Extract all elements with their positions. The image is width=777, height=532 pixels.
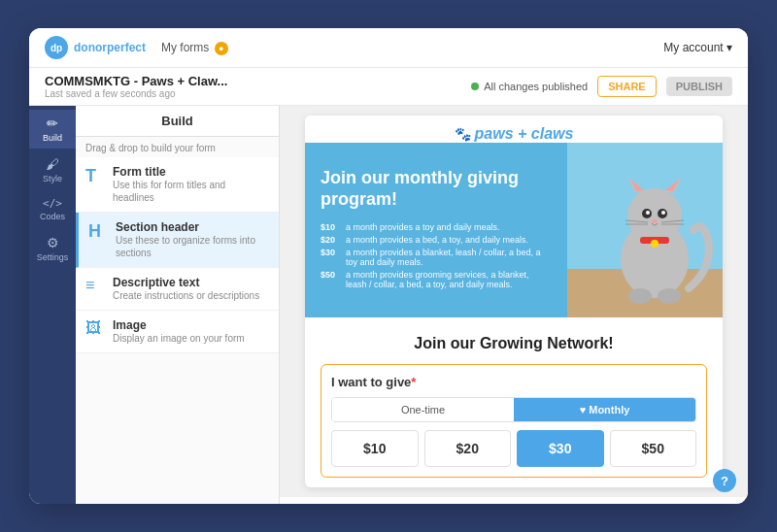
style-icon: 🖌	[46, 156, 59, 172]
preview-card: 🐾 paws + claws Join our monthly giving p…	[305, 116, 723, 487]
publish-button[interactable]: PUBLISH	[666, 77, 732, 96]
svg-point-12	[652, 219, 658, 223]
give-required-marker: *	[411, 375, 416, 389]
nav-label-style: Style	[43, 174, 62, 183]
nav-item-settings[interactable]: ⚙ Settings	[29, 229, 76, 268]
form-title-desc: Use this for form titles and headlines	[113, 179, 269, 204]
build-tab: Build	[76, 106, 279, 137]
banner-item-30: $30 a month provides a blanket, leash / …	[321, 248, 552, 267]
my-forms-label: My forms	[161, 41, 209, 54]
give-section: I want to give* One-time ♥ Monthly	[321, 364, 707, 478]
banner-text-30: a month provides a blanket, leash / coll…	[346, 248, 552, 267]
main-window: dp donorperfect My forms ● My account ▾ …	[29, 28, 748, 504]
published-dot	[471, 83, 479, 90]
form-preview: 🐾 paws + claws Join our monthly giving p…	[280, 106, 748, 497]
form-name: COMMSMKTG - Paws + Claw...	[45, 74, 227, 88]
second-bar: COMMSMKTG - Paws + Claw... Last saved a …	[29, 68, 748, 106]
preview-body: Join our Growing Network! I want to give…	[305, 317, 723, 487]
published-badge: All changes published	[471, 81, 588, 92]
nav-item-build[interactable]: ✏ Build	[29, 110, 76, 149]
build-panel: Build Drag & drop to build your form T F…	[76, 106, 280, 504]
section-header-label: Section header	[116, 220, 269, 234]
brand-name: paws + claws	[475, 125, 574, 143]
banner-text-50: a month provides grooming services, a bl…	[346, 270, 552, 289]
amount-10[interactable]: $10	[331, 430, 419, 467]
frequency-tabs: One-time ♥ Monthly	[331, 397, 696, 422]
image-desc: Display an image on your form	[113, 332, 245, 345]
banner-amount-30: $30	[321, 248, 342, 267]
banner-item-20: $20 a month provides a bed, a toy, and d…	[321, 235, 552, 245]
top-bar-left: dp donorperfect My forms ●	[45, 36, 228, 59]
help-button[interactable]: ?	[713, 469, 736, 492]
build-icon: ✏	[47, 116, 58, 131]
dp-logo-icon: dp	[45, 36, 68, 59]
dp-logo: dp donorperfect	[45, 36, 146, 59]
freq-onetime-label: One-time	[401, 404, 445, 416]
nav-label-settings: Settings	[37, 252, 69, 262]
top-bar: dp donorperfect My forms ● My account ▾	[29, 28, 748, 68]
give-label-text: I want to give	[331, 375, 411, 389]
banner-amount-50: $50	[321, 270, 342, 289]
svg-point-19	[628, 288, 652, 304]
published-text: All changes published	[484, 81, 588, 92]
banner-text-20: a month provides a bed, a toy, and daily…	[346, 235, 528, 245]
freq-monthly-label: ♥ Monthly	[580, 404, 630, 416]
amount-50[interactable]: $50	[610, 430, 697, 467]
dp-logo-text: donorperfect	[74, 41, 146, 54]
build-item-form-title[interactable]: T Form title Use this for form titles an…	[76, 157, 279, 213]
left-nav: ✏ Build 🖌 Style </> Codes ⚙ Settings	[29, 106, 76, 504]
form-title-label: Form title	[113, 165, 269, 179]
image-icon: 🖼	[85, 319, 105, 337]
amount-grid: $10 $20 $30 $50	[331, 430, 696, 467]
build-item-descriptive-text[interactable]: ≡ Descriptive text Create instructions o…	[76, 268, 279, 311]
section-header-desc: Use these to organize forms into section…	[116, 234, 269, 259]
settings-icon: ⚙	[47, 235, 59, 250]
banner-item-50: $50 a month provides grooming services, …	[321, 270, 552, 289]
freq-tab-monthly[interactable]: ♥ Monthly	[514, 398, 695, 421]
second-bar-right: All changes published SHARE PUBLISH	[471, 76, 732, 97]
my-forms-link[interactable]: My forms ●	[161, 41, 228, 55]
freq-tab-one-time[interactable]: One-time	[332, 398, 514, 421]
top-bar-right: My account ▾	[663, 41, 732, 54]
descriptive-text-label: Descriptive text	[113, 276, 259, 289]
main-area: ✏ Build 🖌 Style </> Codes ⚙ Settings Bui…	[29, 106, 748, 504]
build-items: T Form title Use this for form titles an…	[76, 157, 279, 353]
nav-item-style[interactable]: 🖌 Style	[29, 150, 76, 189]
preview-header: 🐾 paws + claws	[305, 116, 723, 143]
banner-text-10: a month provides a toy and daily meals.	[346, 222, 500, 232]
my-account-button[interactable]: My account ▾	[663, 41, 732, 54]
amount-20[interactable]: $20	[424, 430, 512, 467]
preview-banner: Join our monthly giving program! $10 a m…	[305, 143, 723, 317]
banner-item-10: $10 a month provides a toy and daily mea…	[321, 222, 552, 232]
my-forms-badge: ●	[215, 42, 228, 55]
svg-point-20	[658, 288, 681, 304]
image-label: Image	[113, 318, 245, 332]
banner-title: Join our monthly giving program!	[321, 168, 552, 210]
build-item-image[interactable]: 🖼 Image Display an image on your form	[76, 311, 279, 353]
banner-amount-20: $20	[321, 235, 342, 245]
give-label: I want to give*	[331, 375, 696, 389]
form-title-area: COMMSMKTG - Paws + Claw... Last saved a …	[45, 74, 227, 99]
banner-content: Join our monthly giving program! $10 a m…	[305, 143, 567, 317]
svg-point-11	[661, 211, 665, 215]
nav-label-build: Build	[43, 133, 62, 143]
amount-30[interactable]: $30	[517, 430, 604, 467]
nav-label-codes: Codes	[40, 212, 65, 221]
descriptive-text-icon: ≡	[85, 277, 105, 294]
svg-point-18	[651, 240, 659, 248]
form-area-wrapper: 🐾 paws + claws Join our monthly giving p…	[280, 106, 748, 504]
build-tab-label: Build	[161, 114, 193, 128]
nav-item-codes[interactable]: </> Codes	[29, 191, 76, 227]
banner-amount-10: $10	[321, 222, 342, 232]
section-header-icon: H	[88, 221, 108, 242]
section-title: Join our Growing Network!	[321, 335, 707, 352]
banner-list: $10 a month provides a toy and daily mea…	[321, 222, 552, 292]
build-instruction: Drag & drop to build your form	[76, 137, 279, 157]
share-button[interactable]: SHARE	[597, 76, 657, 97]
svg-point-10	[646, 211, 650, 215]
paws-logo: 🐾 paws + claws	[305, 125, 723, 143]
banner-cat-image	[567, 143, 723, 317]
form-title-icon: T	[85, 166, 105, 186]
build-item-section-header[interactable]: H Section header Use these to organize f…	[76, 213, 279, 268]
paw-icon: 🐾	[455, 126, 471, 142]
